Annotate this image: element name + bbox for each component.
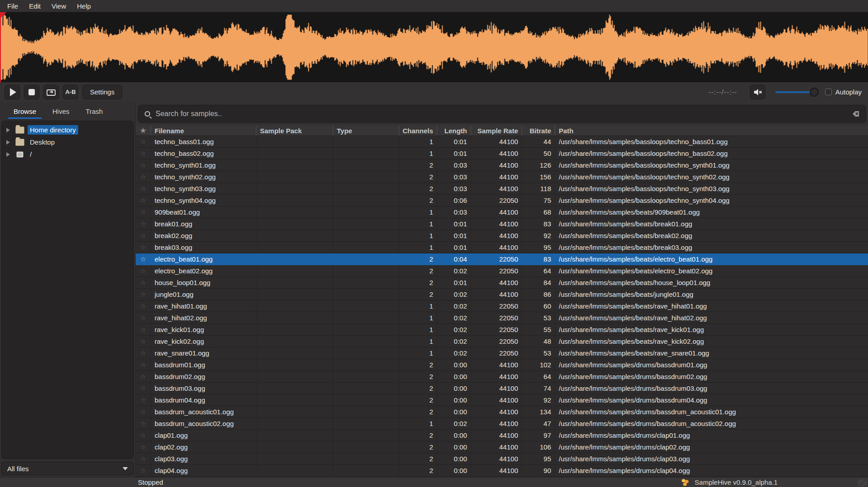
favorite-star-icon[interactable]: ☆: [136, 300, 151, 312]
mute-button[interactable]: [750, 85, 765, 99]
table-row[interactable]: ☆break03.ogg10:014410095/usr/share/lmms/…: [136, 242, 868, 253]
table-row[interactable]: ☆rave_hihat01.ogg10:022205060/usr/share/…: [136, 300, 868, 312]
expander-icon[interactable]: [6, 140, 10, 145]
playhead-line[interactable]: [0, 12, 1, 82]
favorite-star-icon[interactable]: ☆: [136, 206, 151, 218]
favorite-star-icon[interactable]: ☆: [136, 277, 151, 288]
table-row[interactable]: ☆clap02.ogg20:0044100106/usr/share/lmms/…: [136, 441, 868, 453]
table-row[interactable]: ☆techno_bass01.ogg10:014410044/usr/share…: [136, 136, 868, 148]
favorite-star-icon[interactable]: ☆: [136, 289, 151, 300]
table-row[interactable]: ☆bassdrum03.ogg20:004410074/usr/share/lm…: [136, 383, 868, 394]
favorite-star-icon[interactable]: ☆: [136, 136, 151, 147]
playhead-marker-icon[interactable]: [0, 12, 6, 19]
open-file-button[interactable]: [43, 85, 59, 99]
favorite-star-icon[interactable]: ☆: [136, 253, 151, 265]
tree-item[interactable]: /: [2, 148, 133, 160]
table-row[interactable]: ☆bassdrum01.ogg20:0044100102/usr/share/l…: [136, 359, 868, 371]
search-input[interactable]: [156, 110, 849, 118]
favorite-star-icon[interactable]: ☆: [136, 371, 151, 382]
table-row[interactable]: ☆house_loop01.ogg20:014410084/usr/share/…: [136, 277, 868, 289]
tree-item[interactable]: Desktop: [2, 136, 133, 148]
table-row[interactable]: ☆techno_synth02.ogg20:0344100156/usr/sha…: [136, 171, 868, 183]
cell-bitrate: 44: [522, 136, 555, 147]
favorite-star-icon[interactable]: ☆: [136, 359, 151, 370]
menu-view[interactable]: View: [46, 1, 71, 11]
menu-edit[interactable]: Edit: [24, 1, 46, 11]
table-row[interactable]: ☆rave_kick01.ogg10:022205055/usr/share/l…: [136, 324, 868, 336]
column-header-filename[interactable]: Filename: [151, 126, 256, 136]
stop-button[interactable]: [24, 85, 39, 99]
table-row[interactable]: ☆rave_hihat02.ogg10:022205053/usr/share/…: [136, 312, 868, 324]
table-row[interactable]: ☆bassdrum04.ogg20:004410092/usr/share/lm…: [136, 394, 868, 406]
table-row[interactable]: ☆clap01.ogg20:004410097/usr/share/lmms/s…: [136, 430, 868, 441]
column-header-path[interactable]: Path: [555, 126, 868, 136]
table-row[interactable]: ☆techno_bass02.ogg10:014410050/usr/share…: [136, 148, 868, 159]
table-row[interactable]: ☆rave_snare01.ogg10:022205053/usr/share/…: [136, 347, 868, 359]
table-row[interactable]: ☆break01.ogg10:014410083/usr/share/lmms/…: [136, 218, 868, 230]
favorite-star-icon[interactable]: ☆: [136, 242, 151, 253]
column-header-sample-pack[interactable]: Sample Pack: [256, 126, 333, 136]
table-row[interactable]: ☆rave_kick02.ogg10:022205048/usr/share/l…: [136, 336, 868, 347]
autoplay-checkbox[interactable]: [825, 89, 832, 95]
waveform-viewer[interactable]: [0, 12, 868, 82]
favorite-star-icon[interactable]: ☆: [136, 265, 151, 276]
table-row[interactable]: ☆clap04.ogg20:004410090/usr/share/lmms/s…: [136, 465, 868, 477]
favorite-star-icon[interactable]: ☆: [136, 230, 151, 241]
table-row[interactable]: ☆bassdrum02.ogg20:004410064/usr/share/lm…: [136, 371, 868, 383]
table-row[interactable]: ☆techno_synth03.ogg20:0344100118/usr/sha…: [136, 183, 868, 195]
tree-item[interactable]: Home directory: [2, 124, 133, 136]
favorite-star-icon[interactable]: ☆: [136, 171, 151, 183]
table-row[interactable]: ☆techno_synth04.ogg20:062205075/usr/shar…: [136, 195, 868, 206]
favorite-star-icon[interactable]: ☆: [136, 383, 151, 394]
favorite-star-icon[interactable]: ☆: [136, 441, 151, 453]
search-field[interactable]: [138, 105, 866, 123]
favorite-star-icon[interactable]: ☆: [136, 159, 151, 171]
cell-path: /usr/share/lmms/samples/drums/bassdrum03…: [555, 383, 868, 394]
table-row[interactable]: ☆bassdrum_acoustic01.ogg20:0044100134/us…: [136, 406, 868, 418]
table-row[interactable]: ☆clap03.ogg20:004410095/usr/share/lmms/s…: [136, 453, 868, 465]
expander-icon[interactable]: [6, 152, 10, 157]
table-row[interactable]: ☆electro_beat01.ogg20:042205083/usr/shar…: [136, 253, 868, 265]
favorite-star-icon[interactable]: ☆: [136, 418, 151, 429]
volume-knob[interactable]: [810, 88, 819, 97]
menu-help[interactable]: Help: [71, 1, 96, 11]
favorite-star-icon[interactable]: ☆: [136, 347, 151, 359]
favorite-star-icon[interactable]: ☆: [136, 465, 151, 476]
favorite-star-icon[interactable]: ☆: [136, 430, 151, 441]
tab-trash[interactable]: Trash: [78, 102, 111, 121]
favorite-star-icon[interactable]: ☆: [136, 453, 151, 464]
table-row[interactable]: ☆jungle01.ogg20:024410086/usr/share/lmms…: [136, 289, 868, 300]
favorite-star-icon[interactable]: ☆: [136, 195, 151, 206]
menu-file[interactable]: File: [2, 1, 24, 11]
column-header-bitrate[interactable]: Bitrate: [522, 126, 555, 136]
favorite-star-icon[interactable]: ☆: [136, 336, 151, 347]
settings-button[interactable]: Settings: [82, 85, 122, 99]
favorite-star-icon[interactable]: ☆: [136, 312, 151, 323]
clear-search-icon[interactable]: [849, 110, 859, 117]
column-header-type[interactable]: Type: [333, 126, 399, 136]
table-row[interactable]: ☆break02.ogg10:014410092/usr/share/lmms/…: [136, 230, 868, 242]
ab-loop-button[interactable]: A-B: [63, 85, 78, 99]
tab-browse[interactable]: Browse: [5, 102, 44, 121]
table-row[interactable]: ☆electro_beat02.ogg20:022205064/usr/shar…: [136, 265, 868, 277]
favorite-star-icon[interactable]: ☆: [136, 148, 151, 159]
file-filter-dropdown[interactable]: All files: [1, 462, 134, 475]
favorite-star-icon[interactable]: ☆: [136, 406, 151, 417]
table-row[interactable]: ☆909beat01.ogg10:034410068/usr/share/lmm…: [136, 206, 868, 218]
favorite-star-icon[interactable]: ☆: [136, 394, 151, 406]
favorite-column-header-icon[interactable]: ★: [136, 126, 151, 136]
table-row[interactable]: ☆techno_synth01.ogg20:0344100126/usr/sha…: [136, 159, 868, 171]
column-header-length[interactable]: Length: [437, 126, 471, 136]
volume-slider[interactable]: [775, 88, 819, 97]
column-header-channels[interactable]: Channels: [399, 126, 437, 136]
table-row[interactable]: ☆bassdrum_acoustic02.ogg10:024410047/usr…: [136, 418, 868, 430]
expander-icon[interactable]: [6, 128, 10, 132]
favorite-star-icon[interactable]: ☆: [136, 183, 151, 194]
column-header-sample-rate[interactable]: Sample Rate: [471, 126, 522, 136]
favorite-star-icon[interactable]: ☆: [136, 324, 151, 335]
play-button[interactable]: [5, 85, 20, 99]
resize-grip[interactable]: [858, 479, 867, 487]
cell-type: [333, 371, 399, 382]
favorite-star-icon[interactable]: ☆: [136, 218, 151, 229]
tab-hives[interactable]: Hives: [44, 102, 78, 121]
